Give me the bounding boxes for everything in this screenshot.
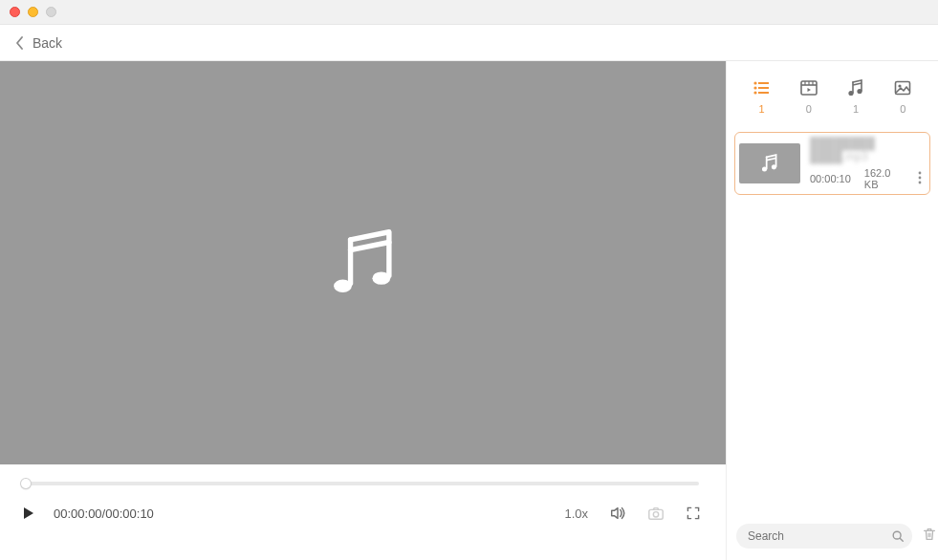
svg-point-1 — [372, 271, 390, 284]
fullscreen-button[interactable] — [686, 506, 701, 521]
window-close-button[interactable] — [10, 7, 20, 17]
item-thumb — [739, 143, 800, 183]
chevron-left-icon — [15, 36, 25, 50]
media-viewport[interactable] — [0, 61, 726, 464]
fullscreen-icon — [686, 506, 701, 521]
player-controls: 00:00:00/00:00:10 1.0x — [0, 464, 726, 560]
time-display: 00:00:00/00:00:10 — [54, 506, 154, 521]
item-more-button[interactable] — [918, 171, 926, 186]
svg-rect-5 — [758, 82, 769, 84]
music-note-icon — [322, 222, 404, 304]
tab-list-count: 1 — [759, 103, 765, 115]
item-duration: 00:00:10 — [810, 173, 851, 184]
trash-icon — [922, 527, 937, 542]
time-current: 00:00:00 — [54, 506, 102, 521]
svg-point-11 — [849, 91, 854, 96]
play-button[interactable] — [21, 506, 36, 521]
playlist-sidebar: 1 0 1 0 ████████ ████.mp3 — [726, 61, 938, 560]
player-pane: 00:00:00/00:00:10 1.0x — [0, 61, 726, 560]
window-titlebar — [0, 0, 938, 25]
svg-rect-9 — [758, 92, 769, 94]
speed-button[interactable]: 1.0x — [564, 506, 588, 521]
sidebar-tabs: 1 0 1 0 — [732, 61, 932, 120]
svg-point-15 — [762, 167, 767, 172]
tab-video[interactable]: 0 — [799, 78, 818, 115]
time-total: 00:00:10 — [105, 506, 154, 521]
seek-bar[interactable] — [23, 482, 699, 485]
svg-point-12 — [858, 89, 862, 94]
svg-point-3 — [653, 512, 658, 517]
back-button[interactable]: Back — [15, 35, 62, 51]
svg-rect-2 — [649, 509, 663, 519]
window-minimize-button[interactable] — [28, 7, 38, 17]
seek-handle[interactable] — [21, 479, 31, 488]
list-icon — [753, 78, 772, 97]
svg-point-17 — [919, 172, 922, 175]
music-note-icon — [759, 153, 780, 174]
delete-button[interactable] — [922, 527, 937, 546]
window-zoom-button[interactable] — [46, 7, 56, 17]
svg-point-8 — [753, 91, 756, 94]
svg-point-18 — [919, 177, 922, 180]
tab-audio[interactable]: 1 — [846, 78, 865, 115]
item-title: ████████ ████.mp3 — [810, 137, 926, 163]
search-box[interactable] — [736, 524, 912, 549]
video-icon — [799, 78, 818, 97]
back-label: Back — [33, 35, 62, 51]
tab-image-count: 0 — [900, 103, 905, 115]
playlist: ████████ ████.mp3 00:00:10 162.0 KB — [732, 120, 932, 206]
tab-video-count: 0 — [806, 103, 812, 115]
item-size: 162.0 KB — [864, 167, 905, 190]
more-vertical-icon — [918, 171, 922, 184]
svg-point-16 — [772, 164, 776, 169]
search-icon — [891, 529, 905, 543]
volume-button[interactable] — [609, 505, 626, 522]
snapshot-button[interactable] — [647, 505, 665, 522]
image-icon — [893, 78, 912, 97]
svg-rect-7 — [758, 87, 769, 89]
svg-point-14 — [899, 84, 902, 87]
list-item[interactable]: ████████ ████.mp3 00:00:10 162.0 KB — [734, 132, 930, 195]
audio-icon — [846, 78, 865, 97]
svg-point-6 — [753, 86, 756, 89]
svg-point-19 — [919, 182, 922, 184]
svg-point-4 — [753, 81, 756, 84]
sidebar-footer — [732, 524, 932, 560]
search-input[interactable] — [748, 529, 891, 543]
camera-icon — [647, 505, 665, 522]
tab-audio-count: 1 — [853, 103, 859, 115]
volume-icon — [609, 505, 626, 522]
tab-image[interactable]: 0 — [893, 78, 912, 115]
tab-list[interactable]: 1 — [753, 78, 772, 115]
svg-point-0 — [334, 279, 352, 291]
page-header: Back — [0, 25, 938, 61]
play-icon — [21, 506, 36, 521]
